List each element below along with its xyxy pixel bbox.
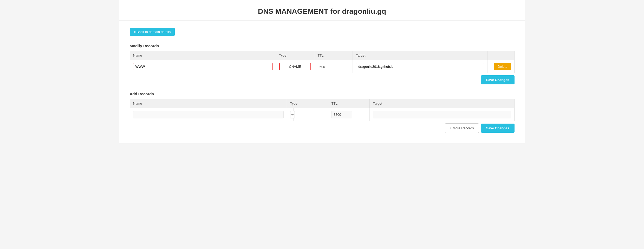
add-ttl-cell xyxy=(328,108,369,121)
modify-records-tbody: CNAME 3600 Delete xyxy=(130,60,514,73)
modify-type-value: CNAME xyxy=(279,63,311,70)
modify-type-cell: CNAME xyxy=(276,60,314,73)
add-col-header-type: Type xyxy=(287,99,328,108)
modify-name-cell xyxy=(130,60,276,73)
add-target-cell xyxy=(369,108,514,121)
modify-ttl-cell: 3600 xyxy=(314,60,353,73)
col-header-name: Name xyxy=(130,51,276,60)
add-records-thead: Name Type TTL Target xyxy=(130,99,514,108)
modify-ttl-value: 3600 xyxy=(317,65,325,69)
modify-records-thead: Name Type TTL Target xyxy=(130,51,514,60)
add-records-header-row: Name Type TTL Target xyxy=(130,99,514,108)
add-type-select[interactable]: A AAAA CNAME MX TXT NS SRV xyxy=(290,111,295,118)
add-target-input[interactable] xyxy=(373,111,511,118)
modify-records-table: Name Type TTL Target xyxy=(130,51,515,73)
modify-record-row-0: CNAME 3600 Delete xyxy=(130,60,514,73)
inner-container: DNS MANAGEMENT for dragonliu.gq « Back t… xyxy=(119,0,525,143)
add-records-table: Name Type TTL Target xyxy=(130,99,515,121)
col-header-ttl: TTL xyxy=(314,51,353,60)
add-records-tbody: A AAAA CNAME MX TXT NS SRV xyxy=(130,108,514,121)
bottom-actions-row: + More Records Save Changes xyxy=(130,123,515,133)
more-records-button[interactable]: + More Records xyxy=(445,123,479,133)
col-header-target: Target xyxy=(353,51,487,60)
add-col-header-name: Name xyxy=(130,99,287,108)
modify-records-header-row: Name Type TTL Target xyxy=(130,51,514,60)
page-header: DNS MANAGEMENT for dragonliu.gq xyxy=(119,0,525,21)
content-area: « Back to domain details Modify Records … xyxy=(119,21,525,143)
modify-name-input[interactable] xyxy=(133,63,273,70)
modify-target-input[interactable] xyxy=(356,63,484,70)
modify-save-row: Save Changes xyxy=(130,75,515,84)
add-col-header-ttl: TTL xyxy=(328,99,369,108)
add-records-title: Add Records xyxy=(130,92,515,96)
page-wrapper: DNS MANAGEMENT for dragonliu.gq « Back t… xyxy=(0,0,644,249)
modify-action-cell: Delete xyxy=(487,60,514,73)
add-save-changes-button[interactable]: Save Changes xyxy=(481,124,515,133)
col-header-type: Type xyxy=(276,51,314,60)
page-title: DNS MANAGEMENT for dragonliu.gq xyxy=(125,7,520,16)
add-records-section: Add Records Name Type TTL Target xyxy=(130,92,515,133)
modify-target-cell xyxy=(353,60,487,73)
add-type-cell: A AAAA CNAME MX TXT NS SRV xyxy=(287,108,294,121)
add-name-input[interactable] xyxy=(133,111,284,118)
add-name-cell xyxy=(130,108,287,121)
modify-records-title: Modify Records xyxy=(130,44,515,48)
delete-record-button[interactable]: Delete xyxy=(494,63,511,70)
add-record-row-0: A AAAA CNAME MX TXT NS SRV xyxy=(130,108,514,121)
modify-save-changes-button[interactable]: Save Changes xyxy=(481,75,515,84)
add-ttl-input[interactable] xyxy=(331,111,352,118)
back-to-domain-button[interactable]: « Back to domain details xyxy=(130,28,175,36)
add-col-header-target: Target xyxy=(369,99,514,108)
col-header-action xyxy=(487,51,514,60)
modify-records-section: Modify Records Name Type TTL Target xyxy=(130,44,515,84)
